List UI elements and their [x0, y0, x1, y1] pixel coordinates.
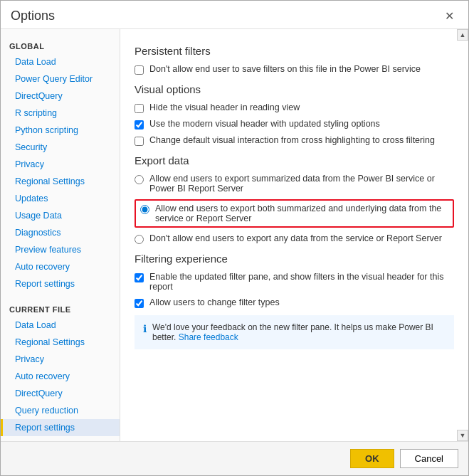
footer: OK Cancel: [1, 441, 468, 475]
sidebar-item-r-scripting[interactable]: R scripting: [1, 105, 120, 122]
scroll-area[interactable]: ▲ ▼ Persistent filters Don't allow end u…: [120, 29, 468, 441]
filtering-checkbox2[interactable]: [135, 299, 144, 308]
title-bar: Options ✕: [1, 1, 468, 29]
sidebar-item-cf-data-load[interactable]: Data Load: [1, 317, 120, 334]
persistent-filters-title: Persistent filters: [135, 45, 454, 57]
visual-option3: Change default visual interaction from c…: [135, 135, 454, 146]
sidebar-item-power-query-editor[interactable]: Power Query Editor: [1, 70, 120, 88]
dialog-body: GLOBAL Data Load Power Query Editor Dire…: [1, 29, 468, 441]
export-radio-input2[interactable]: [140, 205, 149, 214]
visual-option1: Hide the visual header in reading view: [135, 102, 454, 113]
sidebar-item-preview-features[interactable]: Preview features: [1, 241, 120, 258]
visual-option2: Use the modern visual header with update…: [135, 119, 454, 129]
filtering-option2: Allow users to change filter types: [135, 297, 454, 308]
sidebar-item-cf-query-reduction[interactable]: Query reduction: [1, 402, 120, 419]
sidebar-item-cf-regional-settings[interactable]: Regional Settings: [1, 334, 120, 351]
export-radio1: Allow end users to export summarized dat…: [135, 174, 454, 194]
persistent-filters-option1: Don't allow end user to save filters on …: [135, 64, 454, 75]
dialog-title: Options: [11, 9, 55, 23]
sidebar-item-report-settings[interactable]: Report settings: [1, 275, 120, 292]
sidebar-item-cf-directquery[interactable]: DirectQuery: [1, 385, 120, 402]
sidebar-item-cf-privacy[interactable]: Privacy: [1, 351, 120, 368]
cancel-button[interactable]: Cancel: [400, 449, 458, 468]
sidebar-item-diagnostics[interactable]: Diagnostics: [1, 224, 120, 241]
ok-button[interactable]: OK: [350, 449, 394, 468]
filtering-option1: Enable the updated filter pane, and show…: [135, 272, 454, 292]
persistent-filters-checkbox1[interactable]: [135, 65, 144, 75]
filtering-checkbox1[interactable]: [135, 273, 144, 282]
filtering-experience-title: Filtering experience: [135, 253, 454, 265]
sidebar-item-auto-recovery[interactable]: Auto recovery: [1, 258, 120, 275]
sidebar: GLOBAL Data Load Power Query Editor Dire…: [1, 29, 120, 441]
visual-checkbox3[interactable]: [135, 137, 144, 146]
sidebar-item-cf-report-settings[interactable]: Report settings: [1, 419, 120, 436]
sidebar-item-regional-settings[interactable]: Regional Settings: [1, 173, 120, 190]
sidebar-item-usage-data[interactable]: Usage Data: [1, 207, 120, 224]
export-radio-input3[interactable]: [135, 235, 144, 244]
export-radio-input1[interactable]: [135, 175, 144, 184]
sidebar-item-data-load[interactable]: Data Load: [1, 53, 120, 70]
sidebar-item-directquery[interactable]: DirectQuery: [1, 88, 120, 105]
sidebar-item-updates[interactable]: Updates: [1, 190, 120, 207]
scroll-down-button[interactable]: ▼: [457, 430, 468, 441]
close-button[interactable]: ✕: [441, 8, 458, 24]
info-box: ℹ We'd love your feedback on the new fil…: [135, 315, 454, 349]
sidebar-item-security[interactable]: Security: [1, 139, 120, 156]
sidebar-item-python-scripting[interactable]: Python scripting: [1, 122, 120, 139]
sidebar-item-privacy[interactable]: Privacy: [1, 156, 120, 173]
export-data-title: Export data: [135, 154, 454, 166]
share-feedback-link[interactable]: Share feedback: [179, 332, 238, 342]
sidebar-item-cf-auto-recovery[interactable]: Auto recovery: [1, 368, 120, 385]
export-radio2-highlighted: Allow end users to export both summarize…: [135, 199, 454, 228]
main-content: ▲ ▼ Persistent filters Don't allow end u…: [120, 29, 468, 441]
visual-checkbox1[interactable]: [135, 104, 144, 113]
visual-checkbox2[interactable]: [135, 120, 144, 129]
current-file-section-label: CURRENT FILE: [1, 300, 120, 317]
visual-options-title: Visual options: [135, 83, 454, 95]
scroll-up-button[interactable]: ▲: [457, 29, 468, 41]
info-icon: ℹ: [143, 323, 147, 334]
global-section-label: GLOBAL: [1, 36, 120, 53]
options-dialog: Options ✕ GLOBAL Data Load Power Query E…: [0, 0, 469, 476]
export-radio3: Don't allow end users to export any data…: [135, 233, 454, 244]
